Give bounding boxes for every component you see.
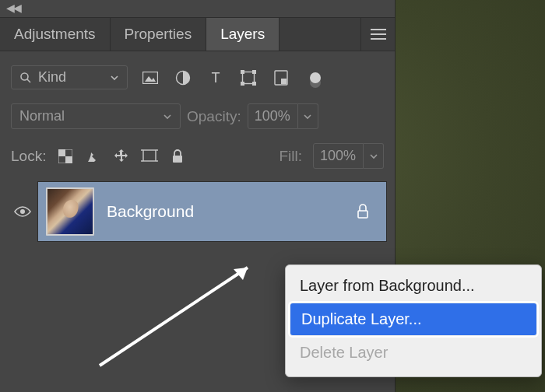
blend-row: Normal Opacity: 100%: [0, 97, 395, 135]
svg-rect-11: [252, 70, 256, 74]
eye-icon: [13, 205, 32, 218]
menu-layer-from-background[interactable]: Layer from Background...: [286, 270, 541, 302]
filter-pixel-icon[interactable]: [142, 69, 159, 86]
svg-rect-1: [371, 33, 386, 35]
opacity-stepper[interactable]: [298, 103, 318, 129]
opacity-input[interactable]: 100%: [248, 103, 298, 129]
svg-rect-5: [143, 72, 158, 83]
tab-properties[interactable]: Properties: [111, 18, 207, 51]
svg-rect-17: [58, 149, 65, 156]
filter-kind-dropdown[interactable]: Kind: [11, 65, 128, 89]
filter-type-text-icon[interactable]: T: [207, 69, 224, 86]
filter-adjustment-icon[interactable]: [174, 69, 192, 86]
lock-transparency-icon[interactable]: [57, 148, 74, 165]
fill-input[interactable]: 100%: [313, 143, 364, 169]
menu-duplicate-layer[interactable]: Duplicate Layer...: [290, 303, 536, 335]
chevron-down-icon: [369, 152, 378, 161]
fill-stepper[interactable]: [364, 143, 384, 169]
chevron-down-icon: [110, 73, 119, 82]
svg-rect-24: [173, 156, 182, 163]
layers-list: Background: [0, 180, 395, 242]
svg-point-3: [21, 73, 28, 80]
lock-row: Lock: Fill: 100%: [0, 135, 395, 180]
lock-position-icon[interactable]: [113, 148, 130, 165]
fill-label: Fill:: [279, 148, 302, 165]
panel-collapse-button[interactable]: ◀◀: [0, 0, 395, 17]
svg-rect-10: [241, 70, 244, 74]
svg-marker-6: [145, 76, 156, 82]
filter-smartobject-icon[interactable]: [272, 69, 290, 86]
layer-visibility-toggle[interactable]: [11, 181, 34, 242]
svg-rect-26: [358, 211, 367, 218]
svg-rect-18: [65, 156, 72, 163]
chevron-down-icon: [163, 112, 172, 121]
hamburger-icon: [371, 29, 386, 40]
lock-all-icon[interactable]: [169, 148, 186, 165]
svg-rect-13: [252, 82, 256, 86]
layer-row-background[interactable]: Background: [37, 181, 387, 242]
svg-line-4: [27, 79, 30, 82]
lock-image-icon[interactable]: [85, 148, 102, 165]
opacity-label: Opacity:: [187, 108, 241, 125]
filter-type-icons: T: [142, 69, 321, 86]
svg-rect-0: [371, 29, 386, 30]
svg-rect-2: [371, 38, 386, 40]
filter-kind-label: Kind: [38, 69, 66, 86]
blend-mode-value: Normal: [19, 108, 65, 124]
chevron-down-icon: [303, 112, 312, 121]
menu-delete-layer: Delete Layer: [286, 337, 541, 369]
lock-artboard-icon[interactable]: [141, 148, 158, 165]
svg-point-25: [20, 209, 25, 214]
lock-icon: [357, 204, 369, 219]
svg-rect-15: [281, 79, 287, 84]
panel-tabs: Adjustments Properties Layers: [0, 17, 395, 51]
search-icon: [19, 72, 32, 84]
filter-toggle[interactable]: [310, 72, 321, 83]
layer-name[interactable]: Background: [107, 202, 357, 221]
svg-rect-12: [241, 82, 244, 86]
layer-thumbnail[interactable]: [46, 187, 94, 236]
panel-menu-button[interactable]: [360, 18, 395, 51]
layer-locked-icon[interactable]: [357, 204, 369, 219]
layer-context-menu: Layer from Background... Duplicate Layer…: [285, 264, 542, 377]
tab-adjustments[interactable]: Adjustments: [0, 18, 111, 51]
layer-filter-row: Kind T: [0, 51, 395, 97]
svg-text:T: T: [212, 71, 220, 85]
blend-mode-dropdown[interactable]: Normal: [11, 103, 181, 129]
tab-layers[interactable]: Layers: [206, 18, 280, 51]
svg-rect-19: [143, 150, 156, 161]
lock-label: Lock:: [11, 148, 46, 165]
filter-shape-icon[interactable]: [240, 69, 257, 86]
